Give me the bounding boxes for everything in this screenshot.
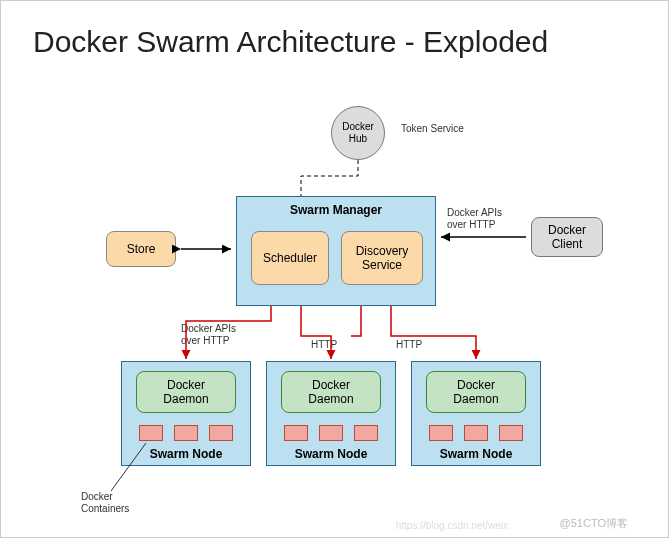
swarm-node-2-label: Swarm Node xyxy=(295,447,368,461)
docker-daemon-3: DockerDaemon xyxy=(426,371,526,413)
docker-daemon-1: DockerDaemon xyxy=(136,371,236,413)
http-label-2: HTTP xyxy=(396,339,422,351)
docker-daemon-2: DockerDaemon xyxy=(281,371,381,413)
token-service-label: Token Service xyxy=(401,123,464,135)
container-1b xyxy=(174,425,198,441)
container-3c xyxy=(499,425,523,441)
docker-containers-label: DockerContainers xyxy=(81,491,129,514)
scheduler-box: Scheduler xyxy=(251,231,329,285)
swarm-manager-title: Swarm Manager xyxy=(290,203,382,217)
client-api-label: Docker APIsover HTTP xyxy=(447,207,502,230)
watermark-51cto: @51CTO博客 xyxy=(560,516,628,531)
docker-client-box: DockerClient xyxy=(531,217,603,257)
container-2a xyxy=(284,425,308,441)
docker-hub-node: DockerHub xyxy=(331,106,385,160)
store-box: Store xyxy=(106,231,176,267)
swarm-node-1-label: Swarm Node xyxy=(150,447,223,461)
container-3b xyxy=(464,425,488,441)
container-1c xyxy=(209,425,233,441)
node-api-label: Docker APIsover HTTP xyxy=(181,323,236,346)
container-3a xyxy=(429,425,453,441)
page-title: Docker Swarm Architecture - Exploded xyxy=(33,25,548,59)
container-2b xyxy=(319,425,343,441)
swarm-node-3-label: Swarm Node xyxy=(440,447,513,461)
container-2c xyxy=(354,425,378,441)
watermark-csdn: https://blog.csdn.net/weix xyxy=(396,520,508,531)
container-1a xyxy=(139,425,163,441)
http-label-1: HTTP xyxy=(311,339,337,351)
discovery-service-box: DiscoveryService xyxy=(341,231,423,285)
